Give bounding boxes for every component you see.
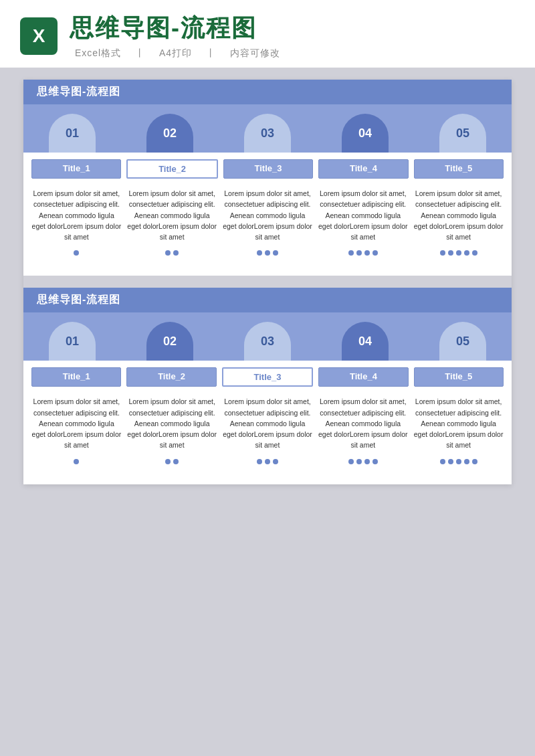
step-arch-1-4: 04 [342,114,389,153]
dot-1-5-3 [456,250,461,256]
steps-row-2: 01 02 03 04 05 [23,312,512,361]
title-badge-2-1[interactable]: Title_1 [31,367,121,387]
diagram-section-1: 思维导图-流程图 01 02 03 [23,80,512,276]
content-col-2-1: Lorem ipsum dolor sit amet, consectetuer… [31,396,122,450]
step-item-2-4: 04 [316,312,414,361]
title-badge-2-5[interactable]: Title_5 [414,367,504,387]
dot-1-3-3 [273,250,278,256]
title-badge-1-2[interactable]: Title_2 [126,159,217,179]
step-item-1-5: 05 [414,104,512,153]
sub-title: Excel格式 丨 A4打印 丨 内容可修改 [70,48,286,60]
dot-2-5-3 [456,459,461,464]
step-arch-1-1: 01 [49,114,96,153]
step-number-2-1: 01 [66,335,79,349]
step-item-2-2: 02 [121,312,219,361]
title-badge-1-3[interactable]: Title_3 [223,159,313,179]
step-arch-1-2: 02 [146,114,193,153]
dot-2-2-1 [165,459,171,464]
step-item-2-1: 01 [23,312,121,361]
sub-part-1: Excel格式 [75,48,121,58]
dot-1-1-1 [74,250,79,256]
content-col-1-5: Lorem ipsum dolor sit amet, consectetuer… [413,188,504,242]
step-number-2-5: 05 [456,335,469,349]
step-item-2-3: 03 [219,312,316,361]
content-row-2: Lorem ipsum dolor sit amet, consectetuer… [23,389,512,453]
titles-row-1: Title_1 Title_2 Title_3 Title_4 Title_5 [23,153,512,181]
dot-2-5-1 [440,459,445,464]
dots-col-2-5 [413,459,504,464]
dot-1-4-4 [372,250,378,256]
content-col-2-2: Lorem ipsum dolor sit amet, consectetuer… [127,396,217,450]
sub-part-2: A4打印 [159,48,192,58]
dot-1-5-5 [472,250,477,256]
title-badge-1-1[interactable]: Title_1 [31,159,121,179]
divider-2: 丨 [206,48,216,58]
titles-row-2: Title_1 Title_2 Title_3 Title_4 Title_5 [23,361,512,389]
content-col-2-3: Lorem ipsum dolor sit amet, consectetuer… [223,396,313,450]
step-item-1-1: 01 [23,104,121,153]
content-col-2-5: Lorem ipsum dolor sit amet, consectetuer… [413,396,504,450]
main-title: 思维导图-流程图 [70,12,286,45]
section-divider [23,276,512,288]
logo-letter: X [33,25,45,47]
step-number-1-4: 04 [358,126,372,140]
content-col-1-4: Lorem ipsum dolor sit amet, consectetuer… [318,188,408,242]
step-number-2-4: 04 [358,335,372,349]
content-col-1-2: Lorem ipsum dolor sit amet, consectetuer… [127,188,217,242]
content-col-2-4: Lorem ipsum dolor sit amet, consectetuer… [318,396,408,450]
page-header: X 思维导图-流程图 Excel格式 丨 A4打印 丨 内容可修改 [0,0,535,68]
dots-col-1-1 [31,250,122,256]
dot-1-2-2 [173,250,179,256]
dot-1-5-2 [448,250,453,256]
step-item-1-3: 03 [219,104,316,153]
step-number-2-3: 03 [261,335,274,349]
step-item-1-2: 02 [121,104,219,153]
dots-col-1-2 [127,250,217,256]
dot-1-2-1 [165,250,171,256]
dot-2-4-4 [372,459,378,464]
title-badge-2-3[interactable]: Title_3 [222,367,313,387]
dot-1-5-4 [464,250,469,256]
step-number-2-2: 02 [163,335,177,349]
step-number-1-5: 05 [456,126,469,140]
dot-2-3-3 [273,459,278,464]
sub-part-3: 内容可修改 [230,48,280,58]
diagram-section-2: 思维导图-流程图 01 02 03 04 [23,288,512,484]
section-header-2: 思维导图-流程图 [23,288,512,312]
header-title-block: 思维导图-流程图 Excel格式 丨 A4打印 丨 内容可修改 [70,12,286,60]
dot-1-4-3 [364,250,370,256]
step-item-1-4: 04 [316,104,414,153]
dot-2-3-1 [257,459,262,464]
step-arch-2-2: 02 [146,322,193,361]
dots-col-2-4 [318,459,408,464]
title-badge-1-4[interactable]: Title_4 [318,159,408,179]
dots-col-2-1 [31,459,122,464]
dot-2-4-3 [364,459,370,464]
dot-2-5-2 [448,459,453,464]
step-item-2-5: 05 [414,312,512,361]
steps-row-1: 01 02 03 04 [23,104,512,153]
dot-1-3-1 [257,250,262,256]
step-arch-2-1: 01 [49,322,96,361]
title-badge-2-2[interactable]: Title_2 [126,367,216,387]
excel-logo-icon: X [20,17,58,55]
dots-col-1-5 [413,250,504,256]
dots-row-2 [23,454,512,468]
step-number-1-1: 01 [66,126,79,140]
divider-1: 丨 [135,48,145,58]
dots-col-2-3 [223,459,313,464]
dot-2-4-2 [356,459,362,464]
title-badge-1-5[interactable]: Title_5 [414,159,504,179]
dots-col-1-4 [318,250,408,256]
step-arch-1-5: 05 [439,114,486,153]
step-number-1-3: 03 [261,126,274,140]
dot-2-3-2 [265,459,270,464]
step-arch-1-3: 03 [244,114,291,153]
dot-2-5-4 [464,459,469,464]
content-row-1: Lorem ipsum dolor sit amet, consectetuer… [23,181,512,245]
section-header-1: 思维导图-流程图 [23,80,512,104]
title-badge-2-4[interactable]: Title_4 [318,367,408,387]
dot-2-5-5 [472,459,477,464]
main-content: 思维导图-流程图 01 02 03 [23,80,512,484]
dots-col-1-3 [223,250,313,256]
